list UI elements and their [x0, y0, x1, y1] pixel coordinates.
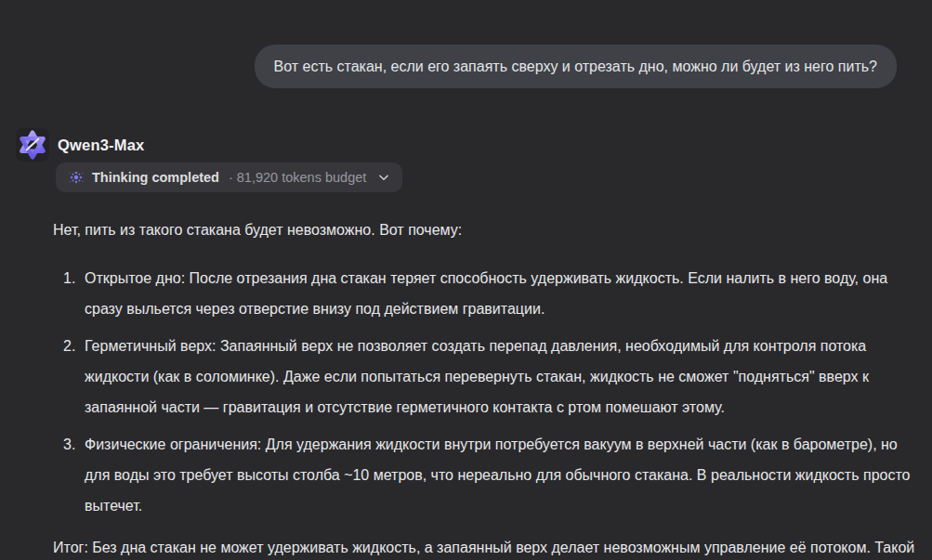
tokens-budget-label: · 81,920 tokens budget: [229, 170, 366, 185]
list-item-number: 3.: [63, 429, 85, 521]
list-item-number: 2.: [63, 331, 85, 423]
chevron-down-icon: [377, 171, 390, 184]
model-name: Qwen3-Max: [58, 137, 145, 154]
list-item-number: 1.: [63, 263, 85, 324]
list-item: 3. Физические ограничения: Для удержания…: [53, 429, 919, 521]
thinking-status-label: Thinking completed: [92, 170, 219, 185]
qwen-logo-icon: [16, 128, 49, 162]
list-item-text: Герметичный верх: Запаянный верх не позв…: [85, 331, 919, 423]
user-message-bubble: Вот есть стакан, если его запаять сверху…: [255, 45, 898, 88]
sparkle-dots-icon: [68, 169, 85, 186]
response-outro: Итог: Без дна стакан не может удерживать…: [53, 532, 919, 560]
user-message-text: Вот есть стакан, если его запаять сверху…: [274, 59, 878, 74]
assistant-header: Qwen3-Max: [16, 128, 145, 162]
list-item-text: Физические ограничения: Для удержания жи…: [85, 429, 919, 521]
thinking-completed-button[interactable]: Thinking completed · 81,920 tokens budge…: [56, 163, 402, 192]
response-outro-text: Итог: Без дна стакан не может удерживать…: [53, 540, 914, 560]
list-item-text: Открытое дно: После отрезания дна стакан…: [85, 263, 919, 324]
response-list: 1. Открытое дно: После отрезания дна ста…: [53, 263, 919, 521]
list-item: 1. Открытое дно: После отрезания дна ста…: [53, 263, 919, 324]
list-item: 2. Герметичный верх: Запаянный верх не п…: [53, 331, 919, 423]
response-intro: Нет, пить из такого стакана будет невозм…: [53, 214, 919, 241]
assistant-response: Нет, пить из такого стакана будет невозм…: [53, 214, 919, 560]
